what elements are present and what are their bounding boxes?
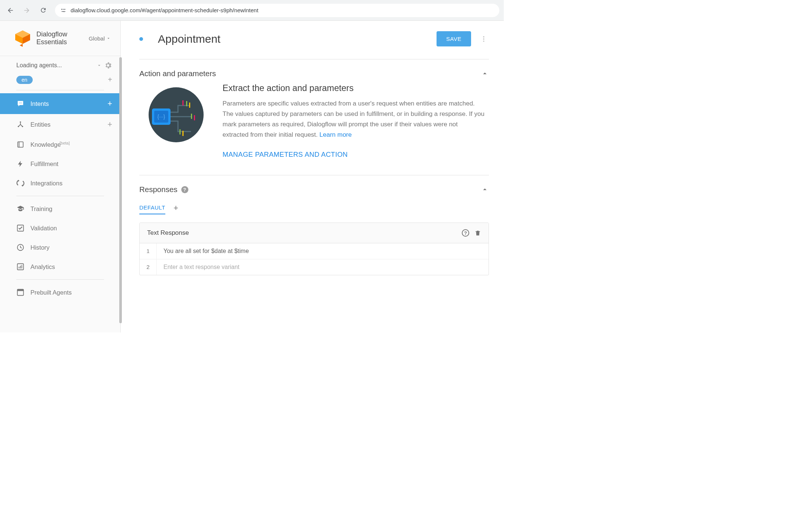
action-params-heading: Extract the action and parameters (223, 83, 485, 93)
svg-point-10 (20, 103, 21, 103)
svg-rect-37 (179, 129, 181, 134)
browser-reload-button[interactable] (37, 4, 49, 16)
response-text-input[interactable]: Enter a text response variant (157, 259, 489, 275)
nav-item-analytics[interactable]: Analytics (0, 257, 120, 276)
svg-rect-22 (22, 265, 22, 268)
intent-title[interactable]: Appointment (158, 33, 220, 45)
svg-rect-34 (189, 103, 190, 108)
caret-down-icon (97, 63, 102, 68)
browser-url-bar[interactable]: dialogflow.cloud.google.com/#/agent/appo… (55, 4, 499, 17)
add-response-tab-button[interactable]: + (174, 203, 178, 213)
region-selector[interactable]: Global (89, 35, 111, 42)
nav-list-3: Prebuilt Agents (0, 280, 120, 302)
svg-rect-21 (20, 266, 21, 268)
help-icon[interactable]: ? (181, 186, 188, 193)
validation-icon (16, 224, 25, 232)
main-content: Appointment SAVE Action and parameters (121, 21, 504, 332)
svg-rect-16 (19, 142, 19, 147)
url-text: dialogflow.cloud.google.com/#/agent/appo… (71, 7, 258, 13)
svg-rect-4 (65, 11, 66, 12)
add-language-button[interactable]: + (108, 75, 112, 84)
svg-rect-1 (63, 9, 66, 10)
section-header[interactable]: Action and parameters (139, 69, 489, 78)
save-button[interactable]: SAVE (437, 31, 471, 46)
section-action-parameters: Action and parameters {···} (139, 59, 489, 175)
chevron-up-icon (481, 185, 489, 194)
knowledge-icon (16, 140, 25, 149)
section-title: Action and parameters (139, 69, 216, 78)
nav-item-intents[interactable]: Intents + (0, 93, 120, 114)
section-responses: Responses ? DEFAULT + Text Response ? (139, 175, 489, 283)
response-text-input[interactable]: You are all set for $date at $time (157, 243, 489, 259)
action-params-description: Parameters are specific values extracted… (223, 98, 485, 140)
trash-icon[interactable] (474, 229, 481, 237)
language-pill[interactable]: en (16, 76, 33, 84)
nav-item-validation[interactable]: Validation (0, 218, 120, 238)
browser-bar: dialogflow.cloud.google.com/#/agent/appo… (0, 0, 504, 21)
caret-down-icon (106, 36, 111, 40)
response-row[interactable]: 1 You are all set for $date at $time (140, 243, 489, 259)
svg-marker-8 (20, 44, 23, 47)
text-response-card: Text Response ? 1 You are all set for $d… (139, 223, 489, 275)
intents-icon (16, 100, 25, 108)
nav-item-integrations[interactable]: Integrations (0, 173, 120, 193)
nav-item-history[interactable]: History (0, 238, 120, 257)
svg-rect-38 (182, 131, 184, 136)
svg-point-2 (64, 11, 65, 12)
nav-list-2: Training Validation History Analytics (0, 196, 120, 276)
nav-item-fulfillment[interactable]: Fulfillment (0, 154, 120, 173)
dialogflow-logo-icon (13, 29, 32, 48)
browser-back-button[interactable] (4, 4, 16, 16)
nav-item-training[interactable]: Training (0, 199, 120, 218)
add-intent-button[interactable]: + (107, 99, 112, 108)
agent-selector[interactable]: Loading agents... (0, 56, 120, 72)
kebab-menu-icon[interactable] (479, 35, 489, 43)
svg-point-12 (20, 121, 21, 123)
brand-block: Dialogflow Essentials Global (0, 21, 120, 56)
integrations-icon (16, 179, 25, 187)
section-title: Responses (139, 185, 178, 194)
svg-rect-15 (18, 142, 23, 147)
svg-point-9 (19, 103, 20, 103)
card-title: Text Response (147, 229, 189, 237)
svg-rect-20 (19, 267, 19, 269)
nav-item-entities[interactable]: Entities + (0, 114, 120, 135)
svg-point-11 (21, 103, 22, 103)
svg-rect-36 (194, 115, 195, 120)
row-number: 2 (140, 259, 157, 275)
language-row: en + (0, 72, 120, 88)
svg-rect-33 (186, 101, 187, 106)
svg-point-0 (61, 9, 62, 10)
response-row[interactable]: 2 Enter a text response variant (140, 259, 489, 275)
response-tab-default[interactable]: DEFAULT (139, 201, 165, 214)
svg-text:{···}: {···} (157, 114, 165, 120)
browser-forward-button[interactable] (21, 4, 33, 16)
sidebar: Dialogflow Essentials Global Loading age… (0, 21, 121, 332)
site-info-icon (60, 7, 67, 14)
intent-header: Appointment SAVE (121, 21, 504, 59)
svg-rect-32 (182, 100, 184, 106)
add-entity-button[interactable]: + (107, 120, 112, 129)
training-icon (16, 205, 25, 213)
fulfillment-icon (16, 160, 25, 168)
learn-more-link[interactable]: Learn more (320, 131, 352, 138)
status-dot (139, 37, 143, 41)
gear-icon[interactable] (104, 61, 112, 69)
help-icon[interactable]: ? (462, 229, 469, 237)
response-tabs: DEFAULT + (139, 201, 489, 214)
parameters-illustration: {···} (145, 83, 208, 159)
svg-point-27 (483, 40, 484, 42)
brand-text: Dialogflow Essentials (36, 30, 67, 46)
prebuilt-icon (16, 288, 25, 296)
nav-item-knowledge[interactable]: Knowledge [beta] (0, 135, 120, 154)
section-header[interactable]: Responses ? (139, 185, 489, 194)
row-number: 1 (140, 243, 157, 259)
analytics-icon (16, 263, 25, 271)
history-icon (16, 243, 25, 252)
manage-parameters-link[interactable]: MANAGE PARAMETERS AND ACTION (223, 150, 485, 159)
text-response-header: Text Response ? (140, 223, 489, 243)
svg-rect-3 (62, 11, 64, 12)
entities-icon (16, 120, 25, 129)
nav-item-prebuilt[interactable]: Prebuilt Agents (0, 283, 120, 302)
chevron-up-icon (481, 69, 489, 78)
